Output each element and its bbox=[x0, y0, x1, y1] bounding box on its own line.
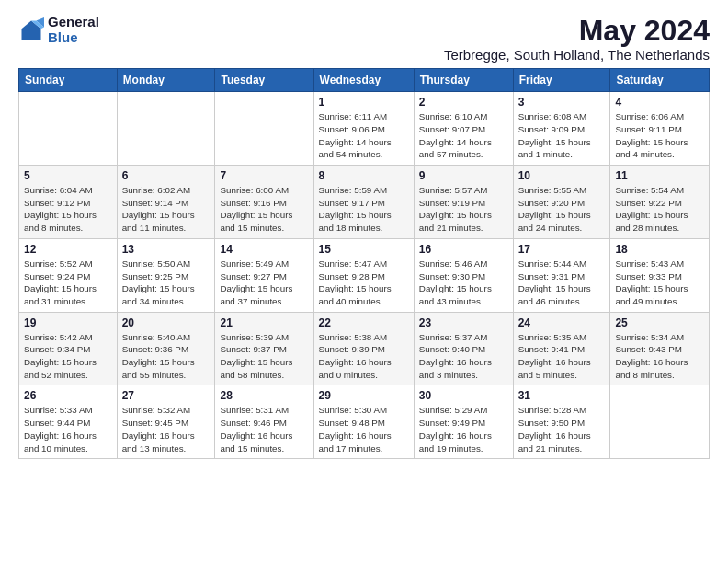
day-info: Sunrise: 5:50 AM Sunset: 9:25 PM Dayligh… bbox=[122, 258, 210, 308]
day-cell: 11Sunrise: 5:54 AM Sunset: 9:22 PM Dayli… bbox=[610, 166, 710, 239]
day-info: Sunrise: 5:29 AM Sunset: 9:49 PM Dayligh… bbox=[419, 404, 508, 454]
main-title: May 2024 bbox=[444, 15, 710, 47]
day-cell: 6Sunrise: 6:02 AM Sunset: 9:14 PM Daylig… bbox=[117, 166, 215, 239]
day-info: Sunrise: 6:10 AM Sunset: 9:07 PM Dayligh… bbox=[419, 110, 508, 161]
day-number: 23 bbox=[419, 316, 508, 329]
day-number: 18 bbox=[615, 243, 704, 256]
day-number: 13 bbox=[122, 243, 210, 256]
header-row: Sunday Monday Tuesday Wednesday Thursday… bbox=[19, 69, 710, 92]
day-number: 1 bbox=[319, 96, 409, 109]
day-number: 19 bbox=[24, 316, 112, 329]
day-number: 5 bbox=[24, 169, 112, 182]
day-cell: 8Sunrise: 5:59 AM Sunset: 9:17 PM Daylig… bbox=[313, 166, 414, 239]
day-cell: 25Sunrise: 5:34 AM Sunset: 9:43 PM Dayli… bbox=[610, 312, 710, 385]
day-info: Sunrise: 5:49 AM Sunset: 9:27 PM Dayligh… bbox=[220, 258, 308, 308]
day-cell: 22Sunrise: 5:38 AM Sunset: 9:39 PM Dayli… bbox=[313, 312, 414, 385]
week-row-4: 19Sunrise: 5:42 AM Sunset: 9:34 PM Dayli… bbox=[19, 312, 710, 385]
day-info: Sunrise: 5:52 AM Sunset: 9:24 PM Dayligh… bbox=[24, 258, 112, 308]
day-cell: 29Sunrise: 5:30 AM Sunset: 9:48 PM Dayli… bbox=[313, 385, 414, 459]
day-info: Sunrise: 6:00 AM Sunset: 9:16 PM Dayligh… bbox=[220, 184, 308, 235]
day-cell: 17Sunrise: 5:44 AM Sunset: 9:31 PM Dayli… bbox=[513, 238, 610, 312]
day-info: Sunrise: 6:08 AM Sunset: 9:09 PM Dayligh… bbox=[518, 110, 606, 161]
day-cell: 9Sunrise: 5:57 AM Sunset: 9:19 PM Daylig… bbox=[414, 166, 513, 239]
logo: General Blue bbox=[18, 15, 99, 45]
day-number: 12 bbox=[24, 243, 112, 256]
day-info: Sunrise: 6:06 AM Sunset: 9:11 PM Dayligh… bbox=[615, 110, 704, 161]
day-number: 14 bbox=[220, 243, 308, 256]
day-info: Sunrise: 5:57 AM Sunset: 9:19 PM Dayligh… bbox=[419, 184, 508, 235]
day-number: 2 bbox=[419, 96, 508, 109]
col-monday: Monday bbox=[117, 69, 215, 92]
day-number: 24 bbox=[518, 316, 606, 329]
day-info: Sunrise: 5:32 AM Sunset: 9:45 PM Dayligh… bbox=[122, 404, 210, 454]
calendar-body: 1Sunrise: 6:11 AM Sunset: 9:06 PM Daylig… bbox=[19, 92, 710, 459]
day-info: Sunrise: 5:43 AM Sunset: 9:33 PM Dayligh… bbox=[615, 258, 704, 308]
day-cell: 21Sunrise: 5:39 AM Sunset: 9:37 PM Dayli… bbox=[215, 312, 313, 385]
week-row-1: 1Sunrise: 6:11 AM Sunset: 9:06 PM Daylig… bbox=[19, 92, 710, 166]
day-cell bbox=[610, 385, 710, 459]
day-cell: 27Sunrise: 5:32 AM Sunset: 9:45 PM Dayli… bbox=[117, 385, 215, 459]
day-number: 9 bbox=[419, 169, 508, 182]
logo-text: General Blue bbox=[48, 15, 99, 45]
day-number: 3 bbox=[518, 96, 606, 109]
day-number: 28 bbox=[220, 389, 308, 402]
day-cell bbox=[215, 92, 313, 166]
day-cell: 28Sunrise: 5:31 AM Sunset: 9:46 PM Dayli… bbox=[215, 385, 313, 459]
day-number: 16 bbox=[419, 243, 508, 256]
day-number: 26 bbox=[24, 389, 112, 402]
day-cell: 5Sunrise: 6:04 AM Sunset: 9:12 PM Daylig… bbox=[19, 166, 118, 239]
calendar-header: Sunday Monday Tuesday Wednesday Thursday… bbox=[19, 69, 710, 92]
day-cell bbox=[19, 92, 118, 166]
day-cell: 12Sunrise: 5:52 AM Sunset: 9:24 PM Dayli… bbox=[19, 238, 118, 312]
day-number: 6 bbox=[122, 169, 210, 182]
day-info: Sunrise: 5:54 AM Sunset: 9:22 PM Dayligh… bbox=[615, 184, 704, 235]
day-info: Sunrise: 5:42 AM Sunset: 9:34 PM Dayligh… bbox=[24, 331, 112, 382]
col-friday: Friday bbox=[513, 69, 610, 92]
day-cell: 1Sunrise: 6:11 AM Sunset: 9:06 PM Daylig… bbox=[313, 92, 414, 166]
day-cell: 14Sunrise: 5:49 AM Sunset: 9:27 PM Dayli… bbox=[215, 238, 313, 312]
day-cell bbox=[117, 92, 215, 166]
calendar-table: Sunday Monday Tuesday Wednesday Thursday… bbox=[18, 68, 710, 459]
day-cell: 31Sunrise: 5:28 AM Sunset: 9:50 PM Dayli… bbox=[513, 385, 610, 459]
day-number: 17 bbox=[518, 243, 606, 256]
day-info: Sunrise: 5:35 AM Sunset: 9:41 PM Dayligh… bbox=[518, 331, 606, 382]
day-cell: 2Sunrise: 6:10 AM Sunset: 9:07 PM Daylig… bbox=[414, 92, 513, 166]
day-cell: 7Sunrise: 6:00 AM Sunset: 9:16 PM Daylig… bbox=[215, 166, 313, 239]
day-info: Sunrise: 6:11 AM Sunset: 9:06 PM Dayligh… bbox=[319, 110, 409, 161]
day-cell: 20Sunrise: 5:40 AM Sunset: 9:36 PM Dayli… bbox=[117, 312, 215, 385]
day-number: 4 bbox=[615, 96, 704, 109]
day-cell: 3Sunrise: 6:08 AM Sunset: 9:09 PM Daylig… bbox=[513, 92, 610, 166]
week-row-5: 26Sunrise: 5:33 AM Sunset: 9:44 PM Dayli… bbox=[19, 385, 710, 459]
page: General Blue May 2024 Terbregge, South H… bbox=[0, 0, 728, 474]
day-info: Sunrise: 5:38 AM Sunset: 9:39 PM Dayligh… bbox=[319, 331, 409, 382]
day-cell: 10Sunrise: 5:55 AM Sunset: 9:20 PM Dayli… bbox=[513, 166, 610, 239]
day-number: 31 bbox=[518, 389, 606, 402]
day-number: 30 bbox=[419, 389, 508, 402]
col-wednesday: Wednesday bbox=[313, 69, 414, 92]
day-number: 8 bbox=[319, 169, 409, 182]
day-info: Sunrise: 5:47 AM Sunset: 9:28 PM Dayligh… bbox=[319, 258, 409, 308]
day-cell: 13Sunrise: 5:50 AM Sunset: 9:25 PM Dayli… bbox=[117, 238, 215, 312]
col-tuesday: Tuesday bbox=[215, 69, 313, 92]
day-info: Sunrise: 5:33 AM Sunset: 9:44 PM Dayligh… bbox=[24, 404, 112, 454]
day-info: Sunrise: 5:30 AM Sunset: 9:48 PM Dayligh… bbox=[319, 404, 409, 454]
col-sunday: Sunday bbox=[19, 69, 118, 92]
day-info: Sunrise: 5:44 AM Sunset: 9:31 PM Dayligh… bbox=[518, 258, 606, 308]
col-saturday: Saturday bbox=[610, 69, 710, 92]
col-thursday: Thursday bbox=[414, 69, 513, 92]
day-info: Sunrise: 6:02 AM Sunset: 9:14 PM Dayligh… bbox=[122, 184, 210, 235]
day-cell: 19Sunrise: 5:42 AM Sunset: 9:34 PM Dayli… bbox=[19, 312, 118, 385]
day-info: Sunrise: 5:55 AM Sunset: 9:20 PM Dayligh… bbox=[518, 184, 606, 235]
day-cell: 23Sunrise: 5:37 AM Sunset: 9:40 PM Dayli… bbox=[414, 312, 513, 385]
day-number: 25 bbox=[615, 316, 704, 329]
day-cell: 30Sunrise: 5:29 AM Sunset: 9:49 PM Dayli… bbox=[414, 385, 513, 459]
logo-icon bbox=[18, 17, 44, 43]
day-cell: 18Sunrise: 5:43 AM Sunset: 9:33 PM Dayli… bbox=[610, 238, 710, 312]
day-number: 10 bbox=[518, 169, 606, 182]
day-info: Sunrise: 5:46 AM Sunset: 9:30 PM Dayligh… bbox=[419, 258, 508, 308]
week-row-2: 5Sunrise: 6:04 AM Sunset: 9:12 PM Daylig… bbox=[19, 166, 710, 239]
day-info: Sunrise: 6:04 AM Sunset: 9:12 PM Dayligh… bbox=[24, 184, 112, 235]
day-info: Sunrise: 5:28 AM Sunset: 9:50 PM Dayligh… bbox=[518, 404, 606, 454]
day-info: Sunrise: 5:37 AM Sunset: 9:40 PM Dayligh… bbox=[419, 331, 508, 382]
day-number: 22 bbox=[319, 316, 409, 329]
